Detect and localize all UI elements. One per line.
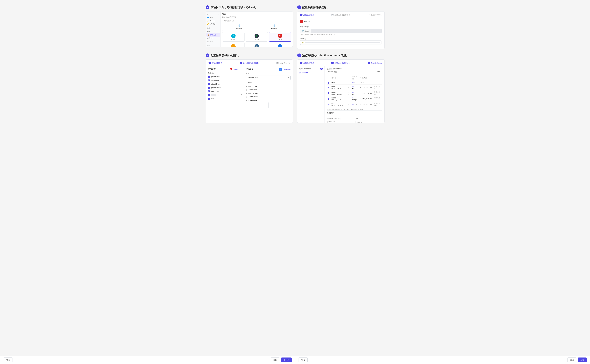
col-src-field: 源字段 <box>331 75 347 81</box>
scrollbar[interactable] <box>268 102 269 108</box>
sidebar-item-pipeline[interactable]: ⚡ Pipeline › <box>206 19 220 22</box>
col-field-name: 字段名称 <box>351 75 359 81</box>
row-checkbox-text[interactable]: ✓ <box>328 104 329 105</box>
step-badge-1: 1 <box>206 5 209 9</box>
collection-icon: ▣ <box>246 89 247 91</box>
description-field: 描述 <box>356 117 382 123</box>
step3-nav: ✓ 连接至数据源 2 选择迁移来源和目标 3 配置 Schema <box>206 60 293 66</box>
checkbox-all[interactable]: ✓ <box>208 98 210 100</box>
nav4-connect: ✓ 连接至数据源 <box>300 62 314 64</box>
migration-main: 迁移 Zilliz Cloud 数据迁移 从外部数据源迁移 ❄️ 当前组织 ❄️… <box>221 12 293 47</box>
col-note <box>373 75 382 81</box>
migration-icon: 📦 <box>208 34 210 36</box>
migration-subtitle: Zilliz Cloud 数据迁移 <box>222 16 291 18</box>
list-item: ▣ qdrant1vec0 <box>246 95 291 98</box>
apikey-label: API Key <box>300 38 382 39</box>
list-item: ▣ midjourney <box>246 99 291 102</box>
source-panel-title: 迁移来源 <box>208 68 216 71</box>
arrow-icon: → <box>348 86 349 88</box>
row-checkbox-id[interactable]: ✓ <box>328 82 329 84</box>
sidebar-item-ops[interactable]: 运维中心 <box>206 37 220 40</box>
checkbox-2[interactable]: ✓ <box>208 79 210 81</box>
col-checkbox <box>327 75 331 81</box>
source-badge: Q Qdrant <box>230 68 238 70</box>
col-field-type: 字段类型 <box>359 75 373 81</box>
arrow-right-icon: ›‹ <box>241 93 243 96</box>
step-badge-4: 4 <box>297 53 301 57</box>
sidebar-item-condition[interactable]: 条件 <box>206 30 220 33</box>
nav4-dot-2: ✓ <box>331 62 334 64</box>
advanced-settings[interactable]: 高级设置 ∨ <box>327 110 382 116</box>
step-badge-3: 3 <box>206 53 209 57</box>
datasource-header: Q Qdrant <box>300 20 382 23</box>
target-panel: 迁移目标 Z Zilliz Cloud 集群 Dedicated-01 ∨ <box>244 66 293 123</box>
nav3-dot-1: ✓ <box>208 62 211 64</box>
chevron-down-icon: ∨ <box>287 77 289 79</box>
milvus-icon: M <box>231 34 236 38</box>
schema-main: 数据源: qdrant4vec Schema 预览 Auto ID 源字段 <box>325 66 384 123</box>
list-item: ✓ qdrant1vec <box>208 75 238 78</box>
edit-icon[interactable]: ✎ <box>348 93 349 95</box>
source-panel: 迁移来源 Q Qdrant Collection ✓ qdrant1vec <box>206 66 240 123</box>
field-icon: ⬡ <box>352 82 354 84</box>
source-elastic[interactable]: E Elasticsearch <box>222 43 245 47</box>
source-milvus[interactable]: M Milvus <box>222 32 245 42</box>
tencent-icon: T <box>278 44 282 47</box>
nav-select: 2 选择迁移来源和目标 <box>331 14 350 16</box>
schema-sidebar: 目标 Collection 1 qdrant4vec <box>297 66 325 123</box>
nav3-connect: ✓ 连接至数据源 <box>208 62 222 64</box>
main-layout: 1 在项目页面，选择数据迁移 > Qdrant。 test ··· 🔷 集群 ⚡ <box>200 0 390 128</box>
endpoint-hint: https://<example>.eu-central.aws.cloud.q… <box>300 34 382 35</box>
row-checkbox-emb4[interactable]: ✓ <box>328 92 329 94</box>
sidebar-item-migration[interactable]: 📦 数据迁移 <box>206 33 220 37</box>
field-icon: ⬡ <box>352 97 354 99</box>
endpoint-input[interactable] <box>311 29 381 33</box>
nav3-schema: 3 配置 Schema <box>276 62 290 64</box>
org-card-current[interactable]: ❄️ 当前组织 <box>222 23 256 31</box>
sidebar-item-cluster[interactable]: 🔷 集群 <box>206 16 220 19</box>
description-input[interactable] <box>356 121 382 123</box>
source-postgres[interactable]: 🐘 PostgreSQL <box>245 43 268 47</box>
table-row: ✓ text FLOAT_VECTOR → ⬡ text FLOAT_VECTO… <box>327 102 382 107</box>
sidebar-item-users[interactable]: 项目用户 <box>206 40 220 43</box>
collection-icon: ▣ <box>246 85 247 87</box>
checkbox-1[interactable]: ✓ <box>208 76 210 78</box>
endpoint-label: 集群 Endpoint <box>300 26 382 28</box>
https-prefix: 🔗 https:// <box>300 29 311 33</box>
checkbox-4[interactable]: ✓ <box>208 87 210 89</box>
checkbox-6[interactable]: ✓ <box>208 94 210 96</box>
source-qdrant[interactable]: Q Qdrant <box>269 32 291 42</box>
source-tencent[interactable]: T Tencent Cloud VectorDB <box>269 43 291 47</box>
list-item: ▣ qdrant1vec <box>246 85 291 88</box>
source-pinecone[interactable]: 🌲 Pinecone <box>245 32 268 42</box>
target-collection-label: Collection <box>246 82 291 84</box>
checkbox-3[interactable]: ✓ <box>208 83 210 85</box>
sidebar-section-network: 网络 <box>206 44 220 47</box>
org-card-external[interactable]: ❄️ 外部组织 <box>257 23 291 31</box>
source-collection-label: Collection <box>208 72 238 74</box>
source-qdrant-logo: Q <box>230 68 232 70</box>
schema-preview-title: Schema 预览 <box>327 71 337 73</box>
cluster-select[interactable]: Dedicated-01 ∨ <box>246 76 291 80</box>
source-grid: M Milvus 🌲 Pinecone Q Qdrant E <box>222 32 291 47</box>
zilliz-logo: Z <box>279 68 282 71</box>
section-4: 4 预览并确认 collection schema 信息。 ✓ 连接至数据源 ✓… <box>295 51 387 125</box>
row-checkbox-image[interactable]: ✓ <box>328 98 329 100</box>
section-2: 2 配置数据源连接信息。 1 连接至数据源 2 选择迁移来源和目标 3 配置 S… <box>295 3 387 51</box>
nav3-select: 2 选择迁移来源和目标 <box>240 62 259 64</box>
list-item: ✓ qdrant4vec0 <box>208 83 238 86</box>
list-item: ▣ qdrant3vec <box>246 88 291 91</box>
migration-arrow: ›‹ <box>240 66 244 123</box>
nav4-schema: 3 配置 Schema <box>368 62 382 64</box>
list-item: ▣ qdrant4vec0 <box>246 92 291 95</box>
collection-icon: ▣ <box>246 92 247 94</box>
sidebar-item-apikey[interactable]: 🔑 API 密钥 <box>206 22 220 26</box>
arrow-icon: → <box>348 98 349 100</box>
step3-panels: 迁移来源 Q Qdrant Collection ✓ qdrant1vec <box>206 66 293 123</box>
row-checkbox-emb3[interactable]: ✓ <box>328 87 329 88</box>
schema-collection-link[interactable]: qdrant4vec <box>299 71 323 74</box>
apikey-input-wrapper: 🔒 <box>300 40 382 45</box>
checkbox-5[interactable]: ✓ <box>208 91 210 92</box>
target-panel-header: 迁移目标 Z Zilliz Cloud <box>246 68 291 71</box>
nav-dot-3: 3 <box>368 14 370 16</box>
